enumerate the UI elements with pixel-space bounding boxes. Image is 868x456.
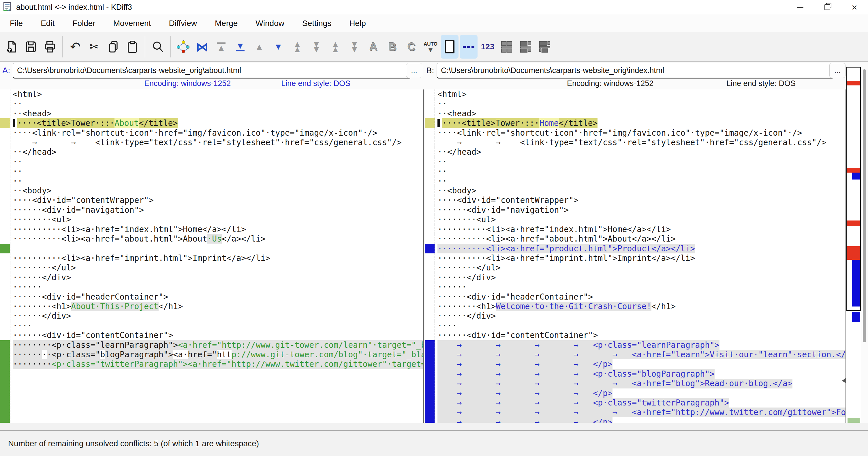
code-line	[0, 407, 423, 417]
diff-margin	[0, 138, 10, 147]
diff-margin	[0, 147, 10, 157]
diff-margin	[0, 128, 10, 138]
go-to-first-delta-button[interactable]: ▲	[212, 35, 230, 59]
menu-file[interactable]: File	[10, 19, 23, 28]
split-layout-1-button[interactable]	[498, 35, 516, 59]
code-text: ··</head>	[435, 147, 481, 157]
select-lines-from-c-button[interactable]: C	[403, 35, 421, 59]
overview-red-block	[847, 246, 860, 260]
go-to-previous-unsolved-conflict-button[interactable]: ▲▲	[327, 35, 344, 59]
code-text: ····<title>Tower·::·About</title>	[10, 118, 178, 128]
menu-movement[interactable]: Movement	[113, 19, 151, 28]
menu-window[interactable]: Window	[255, 19, 284, 28]
code-text: ··<body>	[435, 186, 476, 195]
minimize-icon	[797, 7, 803, 8]
find-button[interactable]	[149, 35, 167, 59]
select-lines-from-a-button[interactable]: A	[365, 35, 382, 59]
diff-overview-column[interactable]	[846, 67, 861, 427]
code-text: ··<head>	[435, 109, 476, 118]
menu-help[interactable]: Help	[349, 19, 366, 28]
save-button[interactable]	[22, 35, 40, 59]
code-line: ··	[0, 167, 423, 176]
code-text: → → → → </p>	[435, 389, 613, 398]
restore-button[interactable]	[814, 0, 841, 15]
paste-button[interactable]	[123, 35, 141, 59]
code-line: ··	[0, 176, 423, 186]
code-text: ······<div·id="contentContainer">	[435, 331, 598, 340]
go-to-current-conflict-icon: ⋈	[196, 40, 208, 54]
pane-b-browse-button[interactable]: ...	[829, 63, 845, 78]
code-line: ······</div>	[0, 273, 423, 282]
pane-b-line-end-style: Line end style: DOS	[726, 79, 796, 88]
diff-margin	[0, 302, 10, 311]
menubar: FileEditFolderMovementDiffviewMergeWindo…	[0, 15, 868, 32]
diff-margin	[0, 215, 10, 224]
split-layout-2-button[interactable]	[517, 35, 535, 59]
diff-margin	[425, 302, 435, 311]
code-text: ········<h1>Welcome·to·the·Git·Crash·Cou…	[435, 302, 676, 311]
print-button[interactable]	[41, 35, 59, 59]
code-text: ······<div·id="headerContainer">	[10, 292, 168, 302]
code-line: ········<p·class="twitterParagraph"><a·h…	[0, 359, 423, 369]
diff-margin	[0, 234, 10, 244]
close-button[interactable]: ×	[841, 0, 868, 15]
current-diff-cursor-bar	[437, 119, 440, 127]
menu-settings[interactable]: Settings	[302, 19, 331, 28]
show-whitespace-toggle[interactable]	[460, 35, 477, 59]
diff-margin-olive	[425, 118, 435, 128]
pane-a-browse-button[interactable]: ...	[406, 63, 422, 78]
code-line: ········<p·class="blogParagraph"><a·href…	[0, 350, 423, 359]
split-layout-3-button[interactable]	[536, 35, 554, 59]
open-file-button[interactable]	[3, 35, 21, 59]
diff-margin	[425, 186, 435, 195]
code-text: ········<ul>	[435, 215, 496, 224]
code-text	[10, 369, 13, 379]
diff-margin	[425, 109, 435, 118]
minimize-button[interactable]	[787, 0, 814, 15]
go-to-next-conflict-button[interactable]: ▼▼	[307, 35, 325, 59]
code-line: → → → → <p·class="blogParagraph">	[425, 369, 845, 379]
code-text: ······</div>	[435, 311, 496, 321]
code-line: ··········<li><a·href="product.html">Pro…	[425, 244, 845, 253]
go-to-current-conflict-button[interactable]: ⋈	[193, 35, 211, 59]
code-line: ··	[425, 99, 845, 109]
code-line: ··········<li><a·href="about.html">About…	[425, 234, 845, 244]
code-line: ··	[425, 176, 845, 186]
toolbar-separator	[145, 36, 145, 57]
cut-button[interactable]: ✂	[85, 35, 103, 59]
code-line: ······</div>	[0, 311, 423, 321]
pane-a-path-input[interactable]: C:\Users\brunobrito\Documents\carparts-w…	[13, 63, 411, 79]
go-to-previous-conflict-button[interactable]: ▲▲	[288, 35, 306, 59]
menu-diffview[interactable]: Diffview	[169, 19, 197, 28]
code-line: ······<div·id="navigation">	[0, 205, 423, 215]
show-whitespace-characters-toggle[interactable]	[441, 35, 459, 59]
copy-button[interactable]	[104, 35, 122, 59]
save-icon	[25, 40, 37, 53]
menu-merge[interactable]: Merge	[215, 19, 238, 28]
go-to-previous-delta-button[interactable]: ▲	[250, 35, 268, 59]
diff-margin-green	[0, 350, 10, 359]
menu-folder[interactable]: Folder	[72, 19, 95, 28]
go-to-current-delta-button[interactable]	[174, 35, 192, 59]
overview-position-marker	[842, 378, 846, 383]
diff-margin-green	[0, 389, 10, 398]
code-line: → → → → → <a·href="learn">Visit·our·"lea…	[425, 350, 845, 359]
pane-b-path-input[interactable]: C:\Users\brunobrito\Documents\carparts-w…	[437, 63, 834, 79]
auto-advance-button[interactable]: AUTO▼	[422, 35, 439, 59]
diff-margin	[0, 89, 10, 99]
code-text	[10, 244, 13, 253]
diff-margin-blue	[425, 379, 435, 388]
menu-edit[interactable]: Edit	[41, 19, 55, 28]
diff-pane-a[interactable]: <html>····<head>····<title>Tower·::·Abou…	[0, 89, 424, 424]
code-text: ····<link·rel="shortcut·icon"·href="img/…	[10, 128, 377, 138]
go-to-last-delta-button[interactable]: ▼	[231, 35, 249, 59]
select-lines-from-b-button[interactable]: B	[383, 35, 401, 59]
go-to-next-unsolved-conflict-button[interactable]: ▼▼	[345, 35, 363, 59]
diff-margin	[0, 253, 10, 263]
vertical-scrollbar[interactable]	[863, 69, 866, 342]
go-to-next-delta-button[interactable]: ▼	[269, 35, 287, 59]
diff-pane-b[interactable]: <html>····<head>····<title>Tower·::·Home…	[425, 89, 846, 424]
show-line-numbers-toggle[interactable]: 123	[479, 35, 497, 59]
undo-button[interactable]: ↶	[66, 35, 84, 59]
code-text: ··	[10, 99, 23, 109]
